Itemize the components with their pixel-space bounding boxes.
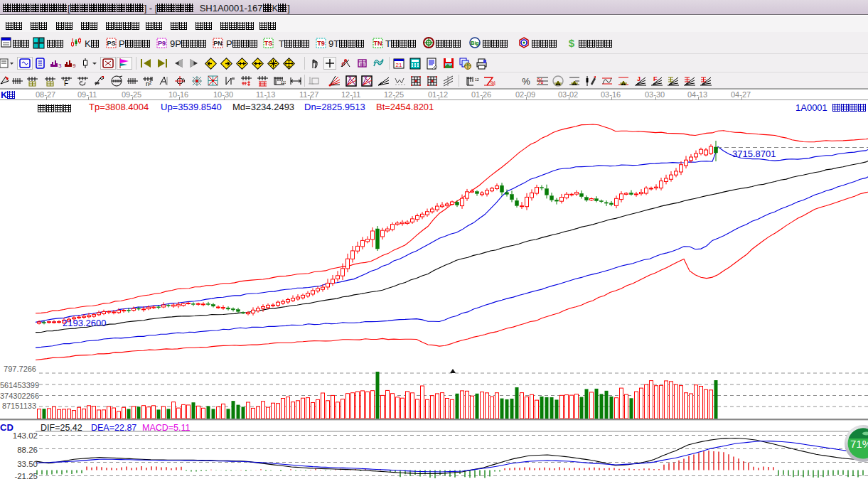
svg-text:Big: Big [471, 41, 478, 46]
svg-text:TN: TN [374, 40, 382, 47]
svg-text:71%: 71% [850, 438, 868, 450]
svg-text:J: J [637, 75, 641, 82]
svg-text:3: 3 [58, 63, 62, 69]
svg-text:F: F [653, 75, 658, 82]
svg-text:PS: PS [107, 40, 115, 47]
svg-text:F: F [64, 80, 68, 87]
svg-text:%: % [522, 76, 530, 87]
svg-text:n²: n² [146, 80, 151, 87]
svg-text:123: 123 [281, 80, 286, 85]
svg-text:9: 9 [73, 63, 76, 69]
svg-text:P9: P9 [158, 40, 166, 47]
svg-text:PN: PN [213, 40, 223, 47]
svg-text:T9: T9 [317, 40, 325, 47]
svg-text:123: 123 [475, 77, 479, 82]
svg-text:21: 21 [396, 62, 402, 68]
svg-text:TS: TS [264, 40, 273, 47]
svg-text:$: $ [569, 37, 575, 48]
